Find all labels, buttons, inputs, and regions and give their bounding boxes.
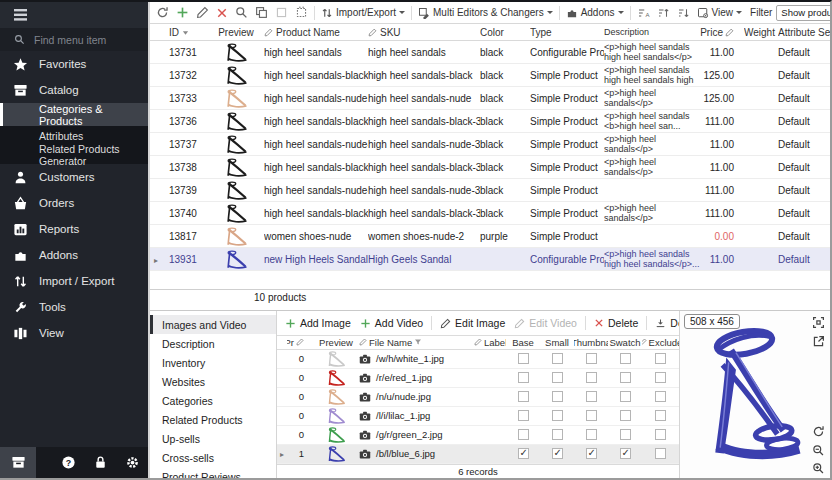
- cell-sku[interactable]: high heel sandals-nude-37: [368, 185, 480, 196]
- cell-id[interactable]: 13737: [162, 139, 208, 150]
- column-header-filename[interactable]: File Name: [359, 337, 474, 348]
- cell-attribute-set[interactable]: Default: [778, 139, 830, 150]
- product-row[interactable]: ▸ 13931 new High Heels Sandals High Geel…: [150, 248, 830, 271]
- detail-tab[interactable]: Product Reviews: [150, 467, 276, 480]
- base-checkbox[interactable]: [518, 391, 529, 402]
- sidebar-item-tools[interactable]: Tools: [0, 294, 148, 320]
- edit-video-button[interactable]: Edit Video: [511, 315, 580, 331]
- cell-sku[interactable]: high heel sandals-nude: [368, 93, 480, 104]
- column-header-id[interactable]: ID: [162, 27, 208, 38]
- cell-type[interactable]: Simple Product: [530, 162, 604, 173]
- cell-price[interactable]: 11.00: [700, 254, 744, 265]
- detail-tab[interactable]: Description: [150, 334, 276, 353]
- row-expander-icon[interactable]: ▸: [280, 450, 284, 459]
- thumbnail-checkbox[interactable]: [586, 391, 597, 402]
- multi-editors-menu[interactable]: Multi Editors & Changers: [415, 5, 556, 21]
- import-export-menu[interactable]: Import/Export: [318, 5, 408, 21]
- detail-tab[interactable]: Websites: [150, 372, 276, 391]
- base-checkbox[interactable]: [518, 372, 529, 383]
- cell-position[interactable]: 1: [287, 448, 313, 459]
- column-header-weight[interactable]: Weight: [744, 27, 778, 38]
- cell-price[interactable]: 125.00: [700, 93, 744, 104]
- cell-color[interactable]: black: [480, 208, 530, 219]
- detail-tab[interactable]: Related Products: [150, 410, 276, 429]
- product-row[interactable]: ▸ 13740 high heel sandals-black-38 high …: [150, 202, 830, 225]
- cell-type[interactable]: Simple Product: [530, 185, 604, 196]
- cell-thumbnail[interactable]: [574, 353, 608, 364]
- cell-color[interactable]: black: [480, 139, 530, 150]
- cell-product-name[interactable]: high heel sandals-nude-37: [264, 185, 368, 196]
- cell-preview[interactable]: [208, 43, 264, 62]
- cell-type[interactable]: Simple Product: [530, 139, 604, 150]
- image-row[interactable]: ▸ 0 /w/h/white_1.jpg: [277, 350, 679, 369]
- column-header-sku[interactable]: SKU: [368, 27, 480, 38]
- column-header-preview[interactable]: Preview: [313, 337, 359, 348]
- sidebar-search[interactable]: [0, 28, 148, 51]
- column-header-small[interactable]: Small: [540, 337, 574, 348]
- view-menu[interactable]: View: [694, 5, 746, 21]
- edit-image-button[interactable]: Edit Image: [437, 315, 508, 331]
- cell-description[interactable]: <p>high heel sandals</p>: [604, 157, 700, 177]
- rotate-button[interactable]: [812, 425, 825, 438]
- thumbnail-checkbox[interactable]: [586, 448, 597, 459]
- paste-button[interactable]: [272, 4, 291, 21]
- cell-attribute-set[interactable]: Default: [778, 116, 830, 127]
- cell-color[interactable]: purple: [480, 231, 530, 242]
- product-row[interactable]: ▸ 13736 high heel sandals-black-36 high …: [150, 110, 830, 133]
- cell-position[interactable]: 0: [287, 429, 313, 440]
- cell-price[interactable]: 111.00: [700, 185, 744, 196]
- sidebar-item-addons[interactable]: Addons: [0, 242, 148, 268]
- cell-preview[interactable]: [208, 112, 264, 131]
- sidebar-subitem[interactable]: Categories & Products: [0, 103, 148, 126]
- cell-color[interactable]: black: [480, 93, 530, 104]
- cell-type[interactable]: Simple Product: [530, 70, 604, 81]
- sort-asc-button[interactable]: [654, 5, 673, 21]
- search-input[interactable]: [34, 34, 134, 46]
- cell-color[interactable]: black: [480, 185, 530, 196]
- cell-description[interactable]: <p>high heel sandals high heel sandals</…: [604, 42, 700, 62]
- cell-thumbnail[interactable]: [574, 429, 608, 440]
- row-expander-icon[interactable]: ▸: [154, 256, 158, 265]
- download-image-button[interactable]: Download Image: [652, 315, 679, 331]
- column-header-preview[interactable]: Preview: [208, 27, 264, 38]
- product-row[interactable]: ▸ 13738 high heel sandals-black-37 high …: [150, 156, 830, 179]
- swatch-checkbox[interactable]: [620, 372, 631, 383]
- cell-preview[interactable]: [313, 408, 359, 424]
- open-external-button[interactable]: [812, 335, 825, 348]
- exclude-checkbox[interactable]: [655, 429, 666, 440]
- cell-description[interactable]: <p>high heel sandals <b>high heel san...: [604, 111, 700, 131]
- cell-type[interactable]: Simple Product: [530, 231, 604, 242]
- cell-preview[interactable]: [313, 446, 359, 462]
- cell-product-name[interactable]: high heel sandals-black-37: [264, 162, 368, 173]
- image-row[interactable]: ▸ 0 /l/i/lilac_1.jpg: [277, 407, 679, 426]
- cell-position[interactable]: 0: [287, 391, 313, 402]
- cell-preview[interactable]: [208, 250, 264, 269]
- sidebar-item-import-export[interactable]: Import / Export: [0, 268, 148, 294]
- image-row[interactable]: ▸ 0 /g/r/green_2.jpg: [277, 426, 679, 445]
- cell-base[interactable]: [506, 410, 540, 421]
- cell-product-name[interactable]: new High Heels Sandals: [264, 254, 368, 265]
- small-checkbox[interactable]: [552, 429, 563, 440]
- paste-special-button[interactable]: [292, 4, 311, 21]
- sidebar-item-favorites[interactable]: Favorites: [0, 51, 148, 77]
- base-checkbox[interactable]: [518, 448, 529, 459]
- cell-color[interactable]: black: [480, 116, 530, 127]
- copy-button[interactable]: [252, 4, 271, 21]
- cell-filename[interactable]: /l/i/lilac_1.jpg: [359, 410, 474, 421]
- cell-product-name[interactable]: high heel sandals: [264, 47, 368, 58]
- cell-preview[interactable]: [208, 158, 264, 177]
- cell-sku[interactable]: high heel sandals-black-37: [368, 162, 480, 173]
- cell-sku[interactable]: high heel sandals-black-36: [368, 116, 480, 127]
- cell-small[interactable]: [540, 448, 574, 459]
- cell-sku[interactable]: high heel sandals-black-38: [368, 208, 480, 219]
- image-row[interactable]: ▸ 0 /n/u/nude.jpg: [277, 388, 679, 407]
- settings-button[interactable]: [116, 447, 148, 478]
- cell-filename[interactable]: /b/l/blue_6.jpg: [359, 448, 474, 459]
- exclude-checkbox[interactable]: [655, 372, 666, 383]
- cell-type[interactable]: Simple Product: [530, 116, 604, 127]
- thumbnail-checkbox[interactable]: [586, 429, 597, 440]
- add-image-button[interactable]: Add Image: [282, 315, 354, 331]
- cell-description[interactable]: <p>high heel sandals high heel sandals</…: [604, 249, 700, 269]
- cell-swatch[interactable]: [608, 372, 642, 383]
- column-header-position[interactable]: Pr: [287, 337, 313, 348]
